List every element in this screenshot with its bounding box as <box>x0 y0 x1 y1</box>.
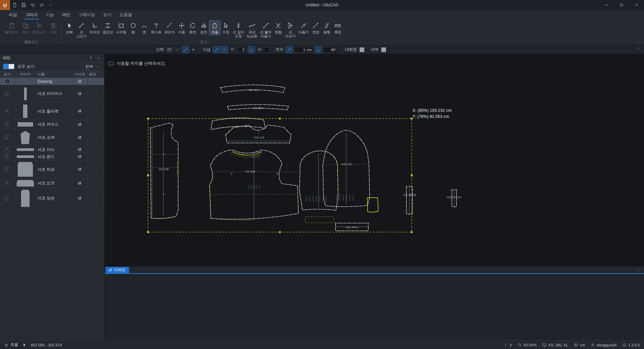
piece-sleeve[interactable]: 셔츠 소매 <box>323 130 370 207</box>
grid-angle-toggle[interactable] <box>315 46 321 53</box>
tool-midline-button[interactable]: 중간선 <box>101 21 115 35</box>
snap-color-swatch[interactable] <box>264 47 269 52</box>
undo-icon[interactable] <box>28 0 37 10</box>
tab-design[interactable]: 디자인 <box>106 267 129 273</box>
visibility-checkbox[interactable]: ✓ <box>5 167 9 172</box>
visibility-checkbox[interactable]: ✓ <box>5 181 9 185</box>
menubar-item-4[interactable]: 그레이딩 <box>75 10 99 19</box>
pattern-row-5[interactable]: ✓셔츠 카라M <box>0 146 104 153</box>
version-indicator[interactable]: 1.3.6.0 <box>622 343 640 347</box>
tool-merge-button[interactable]: 병합 <box>273 21 284 35</box>
unit-indicator[interactable]: cm <box>573 343 585 347</box>
menubar-item-0[interactable]: 파일 <box>5 10 21 19</box>
draw-toggle[interactable] <box>182 46 189 53</box>
dialog-swatch[interactable] <box>360 47 364 52</box>
tool-rectangle-button[interactable]: 사각형 <box>115 21 128 35</box>
pattern-row-7[interactable]: ✓셔츠 뒤판M <box>0 160 104 179</box>
pattern-row-9[interactable]: ✓셔츠 앞판M <box>0 188 104 209</box>
tool-curve-ruler-button[interactable]: 곡선자 <box>163 21 176 35</box>
piece-collar[interactable]: 셔츠 카라 <box>221 85 285 93</box>
pattern-row-0[interactable]: ✓DrawingM <box>0 78 104 85</box>
snap-angle-toggle[interactable] <box>248 46 255 53</box>
menubar-item-1[interactable]: 그리기 <box>21 10 42 19</box>
pin-icon[interactable] <box>88 55 94 61</box>
tool-cursor-button[interactable]: 선택 <box>64 21 75 35</box>
snap-magnet-toggle[interactable] <box>229 46 236 53</box>
pattern-row-4[interactable]: ✓셔츠 소매M <box>0 129 104 146</box>
active-tool-indicator[interactable]: 축률 <box>4 342 18 347</box>
piece-back[interactable]: 셔츠 뒤판 <box>150 123 178 218</box>
visibility-checkbox[interactable]: ✓ <box>5 122 9 127</box>
menubar-item-2[interactable]: 기능 <box>42 10 58 19</box>
inner-swatch[interactable] <box>381 47 386 52</box>
column-header-2[interactable]: 이름 <box>36 71 72 77</box>
piece-placket[interactable]: 셔츠 플라켓 <box>403 186 416 214</box>
pattern-canvas-drawing[interactable]: 셔츠 카라 셔츠 밴드 <box>105 54 644 267</box>
tool-curve-simplify-button[interactable]: 곡선 단순화 <box>245 21 259 39</box>
visibility-checkbox[interactable]: ✓ <box>5 92 9 96</box>
tool-text-button[interactable]: 텍스트 <box>150 21 163 35</box>
pattern-row-1[interactable]: ✓셔츠 바이어스M <box>0 85 104 103</box>
user-indicator[interactable]: danggunyi6 <box>590 343 616 347</box>
snap-point-toggle[interactable] <box>256 46 263 53</box>
pattern-row-3[interactable]: ✓셔츠 커프스M <box>0 120 104 129</box>
app-logo[interactable]: U <box>0 0 10 10</box>
minimize-button[interactable] <box>599 0 614 10</box>
tool-line-length-button[interactable]: 선 길이 조정 <box>231 21 245 39</box>
visibility-checkbox[interactable]: ✓ <box>5 155 9 159</box>
tool-rotate-button[interactable]: 회전 <box>187 21 198 35</box>
tool-circle-button[interactable]: 원 <box>128 21 139 35</box>
tabbar-chevron-icon[interactable] <box>637 268 641 272</box>
snap-intersection-toggle[interactable] <box>221 46 228 53</box>
pattern-row-8[interactable]: ✓셔츠 요크M <box>0 179 104 188</box>
visibility-checkbox[interactable]: ✓ <box>5 148 9 152</box>
pattern-row-6[interactable]: ✓셔츠 밴드M <box>0 153 104 160</box>
snap-draw-toggle[interactable] <box>213 46 220 53</box>
ribbon-collapse-chevron-icon[interactable] <box>637 40 641 45</box>
grid-draw-toggle[interactable] <box>286 46 292 53</box>
new-file-icon[interactable] <box>10 0 19 10</box>
show-all-toggle[interactable] <box>3 64 14 69</box>
zoom-indicator[interactable]: 50.00% <box>517 343 537 347</box>
column-header-0[interactable]: 표시 <box>0 71 15 77</box>
show-image-toggle[interactable] <box>166 46 173 53</box>
piece-yoke[interactable]: 셔츠 요크 <box>226 125 291 143</box>
visibility-checkbox[interactable]: ✓ <box>5 79 9 83</box>
visibility-checkbox[interactable]: ✓ <box>5 135 9 140</box>
tool-scale-pattern-button[interactable]: 축률 <box>209 21 220 35</box>
menubar-item-3[interactable]: 패턴 <box>58 10 75 19</box>
tool-extend-button[interactable]: 연장 <box>310 21 321 35</box>
column-header-3[interactable]: 사이즈 <box>72 71 88 77</box>
panel-close-icon[interactable] <box>96 55 102 61</box>
pattern-row-2[interactable]: ✓셔츠 플라켓M <box>0 103 104 120</box>
column-header-1[interactable]: 이미지 <box>15 71 36 77</box>
menubar-item-5[interactable]: 보기 <box>99 10 116 19</box>
piece-sleeve-small[interactable] <box>299 151 338 210</box>
visibility-checkbox[interactable]: ✓ <box>5 109 9 114</box>
tool-line-attach-trim-button[interactable]: 선 붙여 다듬기 <box>259 21 273 39</box>
pointer-mode-icon[interactable] <box>22 343 27 347</box>
redo-icon[interactable] <box>37 0 46 10</box>
tool-modify-button[interactable]: 수정 <box>220 21 231 35</box>
grid-size-input[interactable]: 1 cm <box>294 47 313 53</box>
quick-access-chevron-icon[interactable] <box>46 0 55 10</box>
grid-angle-input[interactable]: 45° <box>323 47 339 53</box>
tool-trim-button[interactable]: 다듬기 <box>297 21 310 35</box>
subtoolbar-overflow-chevron-icon[interactable] <box>636 47 641 51</box>
piece-bias[interactable]: 셔츠 바이어스 <box>446 190 462 207</box>
maximize-button[interactable] <box>614 0 629 10</box>
tool-perpendicular-button[interactable]: 직각선 <box>88 21 102 35</box>
selection-bounds[interactable] <box>147 118 413 233</box>
tool-pen-line-button[interactable]: 선 그리기 <box>75 21 88 39</box>
drawing-canvas[interactable]: 셔츠 카라 셔츠 밴드 <box>105 54 644 267</box>
tool-parallel-button[interactable]: 평행 <box>321 21 332 35</box>
size-range-indicator[interactable]: XS, (M), XL <box>542 343 568 347</box>
tool-move-button[interactable]: 이동 <box>176 21 187 35</box>
tool-measure-button[interactable]: 측정 <box>332 21 343 35</box>
piece-yoke-strip[interactable] <box>211 118 265 130</box>
menubar-item-6[interactable]: 도움말 <box>116 10 136 19</box>
piece-front[interactable]: 셔츠 앞판 <box>210 150 298 220</box>
column-header-4[interactable]: 원단 <box>88 71 104 77</box>
piece-band[interactable]: 셔츠 밴드 <box>228 105 288 110</box>
tool-arc-button[interactable]: 호 <box>139 21 150 35</box>
